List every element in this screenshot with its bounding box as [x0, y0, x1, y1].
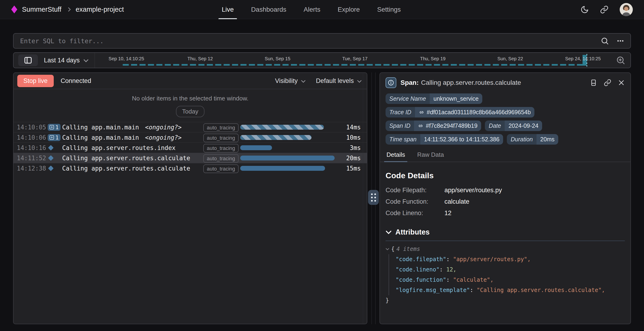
- detail-tab-raw-data[interactable]: Raw Data: [416, 149, 445, 162]
- copy-link-icon[interactable]: [604, 79, 611, 86]
- user-avatar[interactable]: [620, 3, 633, 16]
- top-nav: SummerStuff example-project LiveDashboar…: [0, 0, 644, 19]
- collapse-chevron-icon[interactable]: [386, 248, 389, 250]
- code-detail-value: calculate: [444, 198, 625, 205]
- badge-service-name[interactable]: Service Nameunknown_service: [386, 94, 482, 104]
- timeline-tick: Sep 10, 14:10:25: [109, 56, 144, 62]
- sidebar-toggle-icon[interactable]: [18, 54, 38, 66]
- split-panel-icon[interactable]: [590, 79, 597, 86]
- timeline-activity-dashes: [123, 64, 585, 66]
- attributes-header[interactable]: Attributes: [386, 228, 625, 236]
- stop-live-button[interactable]: Stop live: [17, 75, 54, 87]
- code-detail-row: Code Lineno:12: [386, 210, 625, 217]
- empty-window-notice: No older items in the selected time wind…: [14, 89, 367, 117]
- duration-bar: [240, 145, 272, 150]
- search-icon[interactable]: [600, 37, 609, 45]
- sql-filter-bar: [13, 33, 631, 48]
- attributes-section: Attributes { 4 items "code.filepath": "a…: [380, 228, 630, 306]
- attribute-key: "code.lineno": [396, 266, 440, 273]
- duration-label: 15ms: [336, 165, 361, 172]
- today-button[interactable]: Today: [176, 106, 204, 117]
- log-row[interactable]: 14:10:06+1Calling app.main.main<ongoing?…: [14, 132, 367, 142]
- attribute-value: "calculate",: [453, 276, 494, 283]
- duration-bar-lane: [240, 156, 336, 160]
- panel-divider: [367, 72, 380, 324]
- code-detail-row: Code Function:calculate: [386, 198, 625, 205]
- code-detail-value: 12: [444, 210, 625, 217]
- attribute-entry: "code.filepath": "app/server/routes.py",: [396, 254, 625, 264]
- log-row[interactable]: 14:11:52Calling app.server.routes.calcul…: [14, 153, 367, 163]
- logo-diamond-icon[interactable]: [11, 6, 17, 14]
- default-levels-dropdown[interactable]: Default levels: [316, 77, 362, 84]
- tab-alerts[interactable]: Alerts: [304, 0, 320, 19]
- span-diamond-icon: [48, 155, 54, 161]
- tag-auto-tracing[interactable]: auto_tracing: [203, 144, 238, 152]
- tab-dashboards[interactable]: Dashboards: [251, 0, 286, 19]
- attribute-value: "Calling app.server.routes.calculate",: [477, 287, 605, 294]
- timeline-tick: Tue, Sep 17: [342, 56, 368, 62]
- attribute-key: "code.filepath": [396, 256, 446, 262]
- collapsed-count: 1: [56, 134, 59, 140]
- collapsed-spans-badge[interactable]: +1: [48, 134, 60, 141]
- badge-value: 14:11:52.366 to 14:11:52.386: [420, 134, 503, 144]
- expand-plus-icon: +: [50, 125, 54, 130]
- badge-duration[interactable]: Duration20ms: [507, 134, 558, 144]
- tab-settings[interactable]: Settings: [377, 0, 401, 19]
- badge-value: 2024-09-24: [505, 120, 542, 131]
- zoom-in-icon[interactable]: [611, 56, 630, 65]
- close-icon[interactable]: [618, 79, 625, 86]
- span-diamond-icon: [48, 166, 54, 171]
- attribute-entry: "code.lineno": 12,: [396, 264, 625, 275]
- log-message: Calling app.main.main<ongoing?>: [62, 124, 203, 131]
- badge-time-span[interactable]: Time span14:11:52.366 to 14:11:52.386: [386, 134, 503, 144]
- visibility-dropdown[interactable]: Visibility: [275, 77, 306, 84]
- main-area: Stop live Connected Visibility Default l…: [13, 72, 631, 324]
- duration-bar-lane: [240, 135, 336, 140]
- timeline-track[interactable]: Sep 10, 14:10:25Thu, Sep 12Sun, Sep 15Tu…: [95, 53, 611, 68]
- badge-span-id[interactable]: Span ID#f7c8e294f7489b19: [386, 120, 481, 131]
- panel-resize-grip[interactable]: [368, 190, 379, 205]
- span-message: Calling app.server.routes.calculate: [421, 79, 521, 86]
- tab-explore[interactable]: Explore: [338, 0, 360, 19]
- tag-auto-tracing[interactable]: auto_tracing: [203, 154, 238, 163]
- log-message: Calling app.server.routes.index: [62, 144, 203, 151]
- time-range-bar: Last 14 days Sep 10, 14:10:25Thu, Sep 12…: [13, 52, 631, 68]
- chevron-down-icon: [357, 77, 362, 84]
- more-options-icon[interactable]: [616, 37, 624, 45]
- span-detail-header: Span:Calling app.server.routes.calculate: [380, 74, 630, 91]
- scrollbar-track[interactable]: [363, 73, 363, 324]
- attribute-entry: "logfire.msg_template": "Calling app.ser…: [396, 285, 625, 295]
- attribute-key: "code.function": [396, 276, 446, 283]
- span-title: Span:Calling app.server.routes.calculate: [400, 79, 521, 86]
- time-range-label: Last 14 days: [44, 57, 80, 64]
- log-timestamp: 14:10:16: [17, 144, 48, 151]
- tab-live[interactable]: Live: [222, 0, 234, 19]
- share-link-icon[interactable]: [600, 5, 608, 14]
- collapsed-spans-badge[interactable]: +1: [48, 124, 60, 131]
- log-row[interactable]: 14:12:38Calling app.server.routes.calcul…: [14, 163, 367, 173]
- duration-label: 20ms: [336, 155, 361, 162]
- badge-trace-id[interactable]: Trace ID#df01acad0311189c8b66a466d969654…: [386, 107, 534, 118]
- dark-mode-moon-icon[interactable]: [580, 5, 589, 14]
- live-header: Stop live Connected Visibility Default l…: [14, 73, 367, 89]
- org-name[interactable]: SummerStuff: [22, 6, 62, 13]
- link-icon: [418, 123, 424, 129]
- span-detail-panel: Span:Calling app.server.routes.calculate…: [380, 72, 631, 324]
- chevron-down-icon: [84, 57, 88, 64]
- timeline-tick: Sun, Sep 22: [497, 56, 523, 62]
- time-range-dropdown[interactable]: Last 14 days: [44, 57, 88, 64]
- span-diamond-icon: [48, 145, 54, 150]
- timeline-tick: Thu, Sep 19: [420, 56, 446, 62]
- span-type-label: Span:: [400, 79, 419, 86]
- detail-tab-details[interactable]: Details: [386, 149, 406, 162]
- tag-auto-tracing[interactable]: auto_tracing: [203, 134, 238, 142]
- log-row[interactable]: 14:10:16Calling app.server.routes.indexa…: [14, 142, 367, 153]
- badge-date[interactable]: Date2024-09-24: [485, 120, 542, 131]
- project-name[interactable]: example-project: [76, 6, 124, 13]
- sql-filter-input[interactable]: [20, 37, 600, 45]
- connection-status: Connected: [61, 77, 91, 84]
- log-row[interactable]: 14:10:05+1Calling app.main.main<ongoing?…: [14, 122, 367, 132]
- tag-auto-tracing[interactable]: auto_tracing: [203, 164, 238, 173]
- tag-auto-tracing[interactable]: auto_tracing: [203, 123, 238, 132]
- badge-value: #df01acad0311189c8b66a466d969654b: [415, 107, 534, 118]
